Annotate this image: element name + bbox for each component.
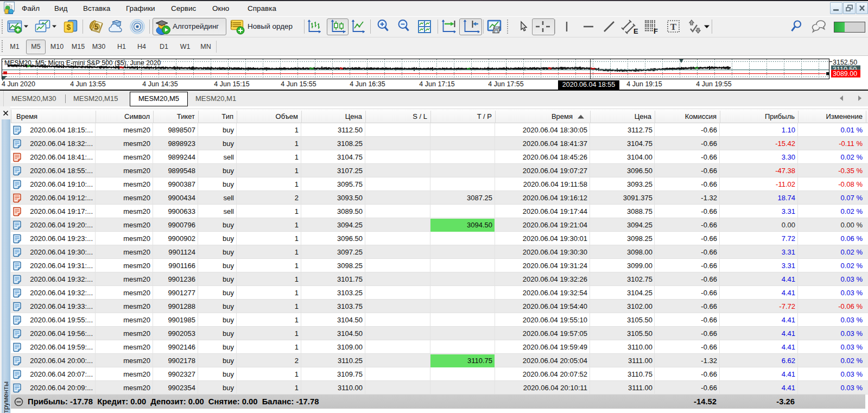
svg-text:5: 5 bbox=[94, 23, 98, 31]
svg-text:$: $ bbox=[67, 23, 71, 31]
svg-text:F: F bbox=[654, 27, 658, 35]
svg-text:3152.50: 3152.50 bbox=[833, 59, 857, 66]
svg-text:E: E bbox=[633, 27, 638, 35]
svg-text:MESM20, M5: Micro E-mini S&P: MESM20, M5: Micro E-mini S&P 500 ($5), J… bbox=[4, 59, 161, 67]
svg-text:T: T bbox=[670, 22, 677, 32]
svg-text:3089.00: 3089.00 bbox=[833, 70, 857, 78]
svg-text:Инструменты: Инструменты bbox=[2, 382, 10, 413]
